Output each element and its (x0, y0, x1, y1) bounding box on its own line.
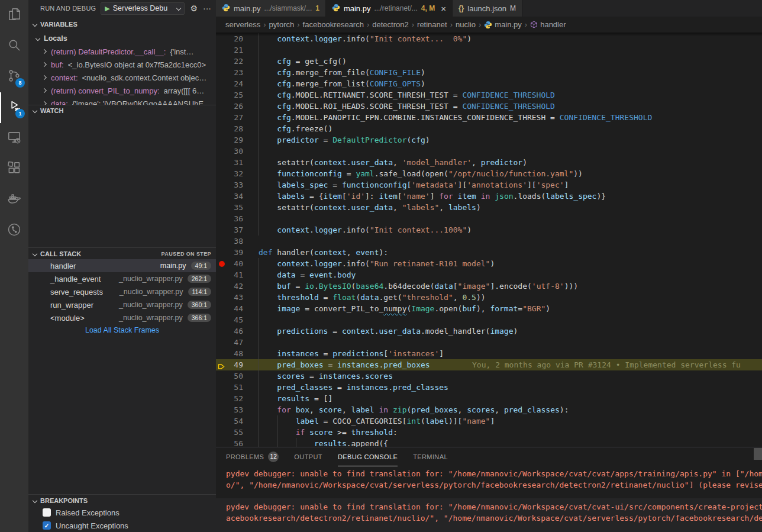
panel-tab-output[interactable]: OUTPUT (294, 447, 322, 466)
code-line-40[interactable]: 40 context.logger.info("Run retinanet-R1… (216, 258, 762, 269)
code-line-56[interactable]: 56 results.append({ (216, 438, 762, 447)
gutter-margin[interactable] (216, 123, 229, 134)
code-line-33[interactable]: 33 labels_spec = functionconfig['metadat… (216, 179, 762, 191)
gutter-margin[interactable] (216, 427, 229, 438)
code-line-44[interactable]: 44 image = convert_PIL_to_numpy(Image.op… (216, 303, 762, 314)
activity-item-extensions[interactable] (0, 154, 28, 185)
gutter-margin[interactable] (216, 269, 229, 280)
code-line-52[interactable]: 52 results = [] (216, 393, 762, 404)
gutter-margin[interactable] (216, 236, 229, 247)
breadcrumb-item-retinanet[interactable]: retinanet (417, 20, 447, 29)
code-line-47[interactable]: 47 (216, 337, 762, 348)
variable-row[interactable]: (return) DefaultPredictor.__call__:{'ins… (28, 45, 216, 58)
code-line-37[interactable]: 37 context.logger.info("Init context...1… (216, 224, 762, 236)
code-line-31[interactable]: 31 setattr(context.user_data, 'model_han… (216, 157, 762, 168)
breadcrumb-item-pytorch[interactable]: pytorch (269, 20, 295, 29)
code-line-45[interactable]: 45 (216, 314, 762, 325)
code-line-39[interactable]: 39def handler(context, event): (216, 247, 762, 258)
activity-item-search[interactable] (0, 31, 28, 62)
stack-frame-run_wrapper[interactable]: run_wrapper_nuclio_wrapper.py360:1 (28, 298, 216, 311)
gutter-margin[interactable] (216, 33, 229, 44)
code-line-48[interactable]: 48 instances = predictions['instances'] (216, 348, 762, 359)
panel-tab-debug-console[interactable]: DEBUG CONSOLE (338, 447, 398, 466)
code-line-32[interactable]: 32 functionconfig = yaml.safe_load(open(… (216, 168, 762, 179)
breadcrumb-item-main.py[interactable]: main.py (484, 20, 522, 29)
gutter-margin[interactable] (216, 348, 229, 359)
gutter-margin[interactable] (216, 325, 229, 337)
stack-frame-module[interactable]: <module>_nuclio_wrapper.py366:1 (28, 311, 216, 324)
gutter-margin[interactable] (216, 89, 229, 101)
gutter-margin[interactable] (216, 382, 229, 393)
gear-icon[interactable]: ⚙ (190, 4, 198, 13)
tab-main.py-1[interactable]: main.py.../retinanet/...4, M× (326, 0, 453, 17)
gutter-margin[interactable] (216, 438, 229, 447)
load-all-stack-frames-link[interactable]: Load All Stack Frames (28, 324, 216, 336)
code-line-30[interactable]: 30 (216, 146, 762, 157)
variable-row[interactable]: (return) convert_PIL_to_numpy:array([[[ … (28, 84, 216, 97)
watch-header[interactable]: WATCH (28, 105, 216, 115)
variable-row[interactable]: context:<nuclio_sdk.context.Context obje… (28, 71, 216, 84)
activity-item-source-control[interactable]: 8 (0, 62, 28, 92)
gutter-margin[interactable] (216, 370, 229, 382)
gutter-margin[interactable] (216, 314, 229, 325)
close-icon[interactable]: × (441, 4, 446, 14)
panel-scrollbar[interactable] (754, 448, 762, 460)
code-editor[interactable]: 20 context.logger.info("Init context... … (216, 33, 762, 447)
stack-frame-serve_requests[interactable]: serve_requests_nuclio_wrapper.py114:1 (28, 285, 216, 298)
gutter-margin[interactable] (216, 415, 229, 427)
code-line-20[interactable]: 20 context.logger.info("Init context... … (216, 33, 762, 44)
activity-item-docker[interactable] (0, 185, 28, 215)
gutter-margin[interactable] (216, 247, 229, 258)
start-debug-icon[interactable]: ▶ (105, 5, 109, 12)
gutter-margin[interactable] (216, 146, 229, 157)
gutter-margin[interactable] (216, 404, 229, 415)
gutter-margin[interactable] (216, 101, 229, 112)
breakpoint-icon[interactable] (219, 261, 225, 267)
breadcrumb-item-detectron2[interactable]: detectron2 (372, 20, 408, 29)
call-stack-header[interactable]: CALL STACK PAUSED ON STEP (28, 247, 216, 259)
breakpoint-option[interactable]: ✓Uncaught Exceptions (28, 519, 216, 532)
gutter-margin[interactable] (216, 157, 229, 168)
gutter-margin[interactable] (216, 303, 229, 314)
gutter-margin[interactable] (216, 258, 229, 269)
gutter-margin[interactable] (216, 67, 229, 78)
activity-item-remote-explorer[interactable] (0, 123, 28, 154)
code-line-55[interactable]: 55 if score >= threshold: (216, 427, 762, 438)
code-line-50[interactable]: 50 scores = instances.scores (216, 370, 762, 382)
code-line-42[interactable]: 42 buf = io.BytesIO(base64.b64decode(dat… (216, 280, 762, 292)
breadcrumb-item-nuclio[interactable]: nuclio (456, 20, 476, 29)
more-actions-icon[interactable]: ··· (203, 4, 211, 13)
gutter-margin[interactable] (216, 56, 229, 67)
panel-tab-problems[interactable]: PROBLEMS12 (226, 447, 279, 466)
code-line-27[interactable]: 27 cfg.MODEL.PANOPTIC_FPN.COMBINE.INSTAN… (216, 112, 762, 123)
code-line-26[interactable]: 26 cfg.MODEL.ROI_HEADS.SCORE_THRESH_TEST… (216, 101, 762, 112)
stack-frame-_handle_event[interactable]: _handle_event_nuclio_wrapper.py262:1 (28, 272, 216, 285)
gutter-margin[interactable] (216, 134, 229, 146)
breadcrumb-item-handler[interactable]: handler (530, 20, 566, 29)
gutter-margin[interactable] (216, 393, 229, 404)
code-line-29[interactable]: 29 predictor = DefaultPredictor(cfg) (216, 134, 762, 146)
tab-main.py-0[interactable]: main.py.../siammask/...1 (216, 0, 326, 17)
breadcrumb-item-serverless[interactable]: serverless (225, 20, 260, 29)
breadcrumb-item-facebookresearch[interactable]: facebookresearch (303, 20, 364, 29)
code-line-34[interactable]: 34 labels = {item['id']: item['name'] fo… (216, 191, 762, 202)
code-line-35[interactable]: 35 setattr(context.user_data, "labels", … (216, 202, 762, 213)
code-line-36[interactable]: 36 (216, 213, 762, 224)
tab-launch.json-2[interactable]: {}launch.jsonM (453, 0, 522, 17)
debug-config-dropdown[interactable]: ▶ Serverless Debu (101, 2, 185, 15)
code-line-41[interactable]: 41 data = event.body (216, 269, 762, 280)
variable-row[interactable]: buf:<_io.BytesIO object at 0x7f5a2dc1ecc… (28, 58, 216, 71)
code-line-43[interactable]: 43 threshold = float(data.get("threshold… (216, 292, 762, 303)
activity-item-run-and-debug[interactable]: 1 (0, 92, 28, 123)
gutter-margin[interactable] (216, 359, 229, 370)
panel-tab-terminal[interactable]: TERMINAL (413, 447, 448, 466)
code-line-21[interactable]: 21 (216, 44, 762, 56)
gutter-margin[interactable] (216, 168, 229, 179)
activity-item-explorer[interactable] (0, 0, 28, 31)
gutter-margin[interactable] (216, 191, 229, 202)
code-line-22[interactable]: 22 cfg = get_cfg() (216, 56, 762, 67)
breakpoints-header[interactable]: BREAKPOINTS (28, 494, 216, 506)
code-line-24[interactable]: 24 cfg.merge_from_list(CONFIG_OPTS) (216, 78, 762, 89)
code-line-51[interactable]: 51 pred_classes = instances.pred_classes (216, 382, 762, 393)
gutter-margin[interactable] (216, 280, 229, 292)
